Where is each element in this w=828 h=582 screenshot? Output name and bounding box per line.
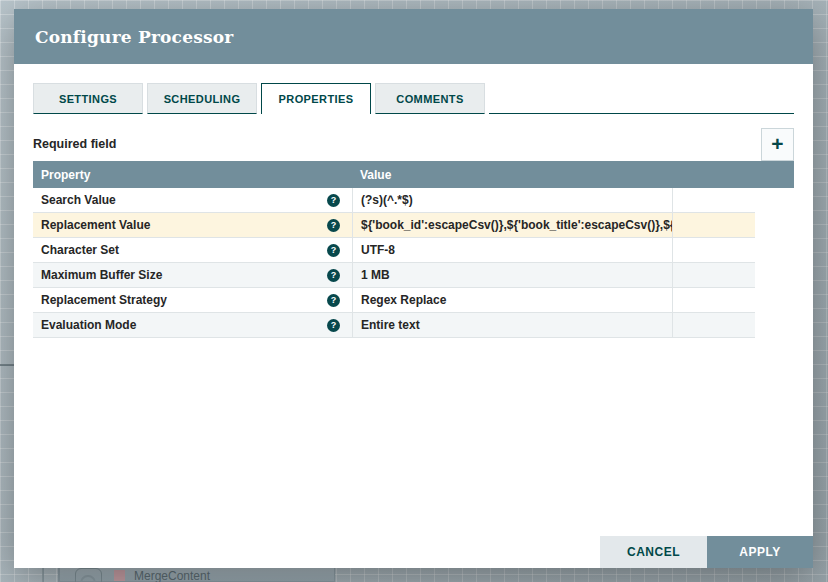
table-row-replacement-strategy[interactable]: Replacement Strategy ? Regex Replace — [33, 288, 755, 313]
property-name: Character Set — [41, 243, 327, 257]
configure-processor-dialog: Configure Processor SETTINGS SCHEDULING … — [14, 9, 813, 568]
tab-settings[interactable]: SETTINGS — [33, 83, 143, 114]
table-body: Search Value ? (?s)(^.*$) Replacement Va… — [33, 188, 755, 338]
dialog-header: Configure Processor — [14, 9, 813, 64]
cancel-button[interactable]: CANCEL — [600, 536, 707, 568]
help-icon[interactable]: ? — [327, 294, 340, 307]
properties-table: Property Value Search Value ? (?s)(^.*$)… — [33, 161, 794, 338]
property-name: Replacement Value — [41, 218, 327, 232]
value-cell[interactable]: ${'book_id':escapeCsv()},${'book_title':… — [352, 213, 672, 237]
table-row-maximum-buffer-size[interactable]: Maximum Buffer Size ? 1 MB — [33, 263, 755, 288]
required-field-label: Required field — [33, 137, 116, 151]
extra-cell — [672, 188, 755, 212]
value-cell[interactable]: UTF-8 — [352, 238, 672, 262]
tab-comments[interactable]: COMMENTS — [375, 83, 485, 114]
property-cell: Maximum Buffer Size ? — [33, 263, 352, 287]
column-header-value: Value — [352, 168, 391, 182]
help-icon[interactable]: ? — [327, 219, 340, 232]
table-row-replacement-value[interactable]: Replacement Value ? ${'book_id':escapeCs… — [33, 213, 755, 238]
property-cell: Replacement Value ? — [33, 213, 352, 237]
table-row-search-value[interactable]: Search Value ? (?s)(^.*$) — [33, 188, 755, 213]
extra-cell — [672, 263, 755, 287]
table-row-character-set[interactable]: Character Set ? UTF-8 — [33, 238, 755, 263]
extra-cell — [672, 213, 755, 237]
tab-bar: SETTINGS SCHEDULING PROPERTIES COMMENTS — [33, 83, 794, 114]
tab-bar-filler — [489, 83, 794, 114]
column-header-property: Property — [33, 168, 352, 182]
apply-button[interactable]: APPLY — [707, 536, 813, 568]
property-name: Evaluation Mode — [41, 318, 327, 332]
extra-cell — [672, 313, 755, 337]
extra-cell — [672, 288, 755, 312]
value-cell[interactable]: 1 MB — [352, 263, 672, 287]
tab-properties[interactable]: PROPERTIES — [261, 83, 371, 114]
dialog-body: SETTINGS SCHEDULING PROPERTIES COMMENTS … — [14, 83, 813, 582]
help-icon[interactable]: ? — [327, 319, 340, 332]
table-header-row: Property Value — [33, 161, 794, 188]
value-cell[interactable]: (?s)(^.*$) — [352, 188, 672, 212]
help-icon[interactable]: ? — [327, 244, 340, 257]
canvas-connection-line — [0, 364, 15, 366]
property-cell: Replacement Strategy ? — [33, 288, 352, 312]
value-cell[interactable]: Entire text — [352, 313, 672, 337]
property-name: Replacement Strategy — [41, 293, 327, 307]
tab-scheduling[interactable]: SCHEDULING — [147, 83, 257, 114]
property-cell: Search Value ? — [33, 188, 352, 212]
property-cell: Character Set ? — [33, 238, 352, 262]
dialog-footer: CANCEL APPLY — [600, 536, 813, 568]
property-name: Maximum Buffer Size — [41, 268, 327, 282]
dialog-title: Configure Processor — [35, 27, 233, 47]
value-cell[interactable]: Regex Replace — [352, 288, 672, 312]
table-row-evaluation-mode[interactable]: Evaluation Mode ? Entire text — [33, 313, 755, 338]
extra-cell — [672, 238, 755, 262]
property-cell: Evaluation Mode ? — [33, 313, 352, 337]
add-property-button[interactable]: + — [761, 128, 794, 161]
help-icon[interactable]: ? — [327, 269, 340, 282]
property-name: Search Value — [41, 193, 327, 207]
help-icon[interactable]: ? — [327, 194, 340, 207]
table-toolbar: Required field + — [33, 127, 794, 161]
